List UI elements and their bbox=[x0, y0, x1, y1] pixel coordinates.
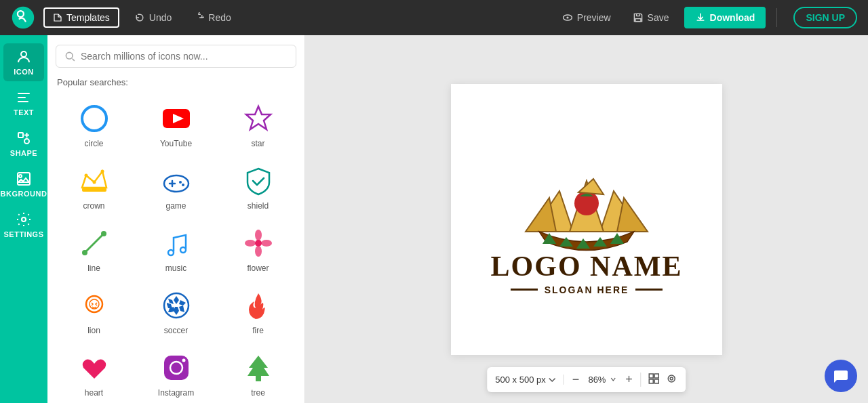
icon-image bbox=[78, 352, 111, 384]
icon-label: music bbox=[165, 263, 186, 273]
svg-point-23 bbox=[179, 181, 182, 184]
size-selector[interactable]: 500 x 500 px bbox=[495, 375, 564, 385]
icon-image bbox=[78, 165, 111, 197]
main-area: ICON TEXT SHAPE BKGROUND SETTINGS Popula… bbox=[0, 35, 868, 403]
svg-marker-43 bbox=[167, 303, 172, 308]
svg-point-66 bbox=[671, 377, 673, 380]
svg-marker-38 bbox=[174, 296, 179, 304]
icon-image bbox=[160, 352, 193, 384]
svg-marker-16 bbox=[246, 106, 271, 129]
svg-point-29 bbox=[180, 247, 186, 253]
sidebar-item-label: BKGROUND bbox=[1, 190, 47, 198]
icon-image bbox=[242, 227, 275, 259]
svg-line-25 bbox=[85, 234, 104, 253]
icon-cell-game[interactable]: game bbox=[135, 156, 217, 219]
svg-point-33 bbox=[245, 240, 256, 247]
sidebar-item-label: SETTINGS bbox=[4, 230, 44, 238]
sidebar-item-settings[interactable]: SETTINGS bbox=[3, 206, 44, 244]
svg-point-22 bbox=[164, 175, 189, 192]
svg-marker-39 bbox=[179, 300, 186, 305]
search-icon bbox=[64, 51, 75, 62]
svg-point-31 bbox=[255, 230, 262, 240]
icon-label: soccer bbox=[164, 326, 188, 335]
svg-point-47 bbox=[182, 359, 185, 362]
icon-image bbox=[160, 289, 193, 322]
sidebar-item-label: ICON bbox=[14, 68, 34, 76]
templates-button[interactable]: Templates bbox=[43, 7, 119, 28]
svg-point-20 bbox=[92, 181, 96, 184]
svg-rect-63 bbox=[650, 379, 654, 383]
chat-button[interactable] bbox=[825, 360, 857, 392]
icon-image bbox=[160, 165, 193, 197]
icon-cell-music[interactable]: music bbox=[135, 219, 217, 281]
icon-cell-soccer[interactable]: soccer bbox=[135, 281, 217, 343]
icon-image bbox=[242, 165, 275, 197]
nav-divider bbox=[776, 8, 777, 27]
svg-rect-8 bbox=[24, 139, 29, 144]
undo-button[interactable]: Undo bbox=[127, 8, 178, 27]
svg-point-21 bbox=[100, 170, 104, 173]
icon-cell-fire[interactable]: fire bbox=[217, 281, 299, 343]
icon-label: circle bbox=[84, 139, 103, 148]
icon-cell-shield[interactable]: shield bbox=[217, 156, 299, 219]
svg-point-35 bbox=[86, 296, 102, 312]
canvas-wrapper[interactable]: LOGO NAME SLOGAN HERE bbox=[451, 84, 722, 355]
svg-point-28 bbox=[168, 250, 174, 255]
svg-rect-5 bbox=[635, 19, 641, 22]
grid-view-button[interactable] bbox=[648, 373, 660, 387]
zoom-value[interactable]: 86% bbox=[587, 375, 617, 385]
icon-image bbox=[78, 227, 111, 259]
svg-marker-44 bbox=[168, 299, 174, 304]
icon-cell-flower[interactable]: flower bbox=[217, 219, 299, 281]
sidebar-item-text[interactable]: TEXT bbox=[3, 84, 44, 122]
logo-name[interactable]: LOGO NAME bbox=[491, 252, 683, 280]
icon-cell-youtube[interactable]: YouTube bbox=[135, 94, 217, 156]
align-button[interactable] bbox=[666, 373, 678, 387]
download-button[interactable]: Download bbox=[684, 7, 766, 28]
icon-cell-star[interactable]: star bbox=[217, 94, 299, 156]
icon-image bbox=[78, 289, 111, 322]
svg-rect-7 bbox=[18, 133, 23, 137]
svg-point-24 bbox=[182, 184, 184, 186]
redo-button[interactable]: Redo bbox=[186, 8, 237, 27]
bottom-bar: 500 x 500 px − 86% + bbox=[487, 367, 686, 392]
svg-point-65 bbox=[669, 375, 675, 382]
save-button[interactable]: Save bbox=[626, 8, 676, 27]
icon-cell-crown[interactable]: crown bbox=[53, 156, 135, 219]
svg-point-30 bbox=[255, 240, 262, 247]
icon-cell-tree[interactable]: tree bbox=[217, 343, 299, 403]
icon-label: heart bbox=[85, 388, 103, 398]
sidebar-item-bkground[interactable]: BKGROUND bbox=[3, 165, 44, 203]
zoom-in-button[interactable]: + bbox=[623, 371, 635, 388]
sidebar-item-label: SHAPE bbox=[10, 149, 37, 157]
icon-image bbox=[242, 352, 275, 384]
svg-point-6 bbox=[21, 51, 26, 57]
search-input[interactable] bbox=[81, 51, 288, 62]
sidebar-item-label: TEXT bbox=[14, 108, 34, 116]
signup-button[interactable]: SIGN UP bbox=[793, 7, 857, 28]
svg-rect-64 bbox=[655, 379, 659, 383]
icon-label: lion bbox=[87, 326, 100, 335]
icon-cell-instagram[interactable]: Instagram bbox=[135, 343, 217, 403]
slogan-text[interactable]: SLOGAN HERE bbox=[545, 284, 629, 295]
app-logo[interactable] bbox=[11, 5, 35, 30]
view-buttons bbox=[641, 373, 678, 387]
sidebar-item-shape[interactable]: SHAPE bbox=[3, 125, 44, 163]
icon-cell-line[interactable]: line bbox=[53, 219, 135, 281]
left-sidebar: ICON TEXT SHAPE BKGROUND SETTINGS bbox=[0, 35, 47, 403]
icon-label: flower bbox=[247, 263, 269, 273]
svg-point-19 bbox=[84, 174, 87, 177]
zoom-out-button[interactable]: − bbox=[570, 371, 583, 388]
icon-panel: Popular searches: circleYouTubestarcrown… bbox=[47, 35, 305, 403]
icon-cell-circle[interactable]: circle bbox=[53, 94, 135, 156]
zoom-chevron-icon bbox=[610, 376, 616, 383]
sidebar-item-icon[interactable]: ICON bbox=[3, 43, 44, 81]
svg-rect-61 bbox=[650, 374, 654, 378]
icon-cell-lion[interactable]: lion bbox=[53, 281, 135, 343]
icon-label: shield bbox=[248, 201, 269, 211]
svg-marker-48 bbox=[248, 356, 269, 381]
svg-marker-60 bbox=[578, 179, 604, 194]
slogan-right-line bbox=[635, 289, 663, 291]
icon-cell-heart[interactable]: heart bbox=[53, 343, 135, 403]
preview-button[interactable]: Preview bbox=[555, 8, 618, 27]
